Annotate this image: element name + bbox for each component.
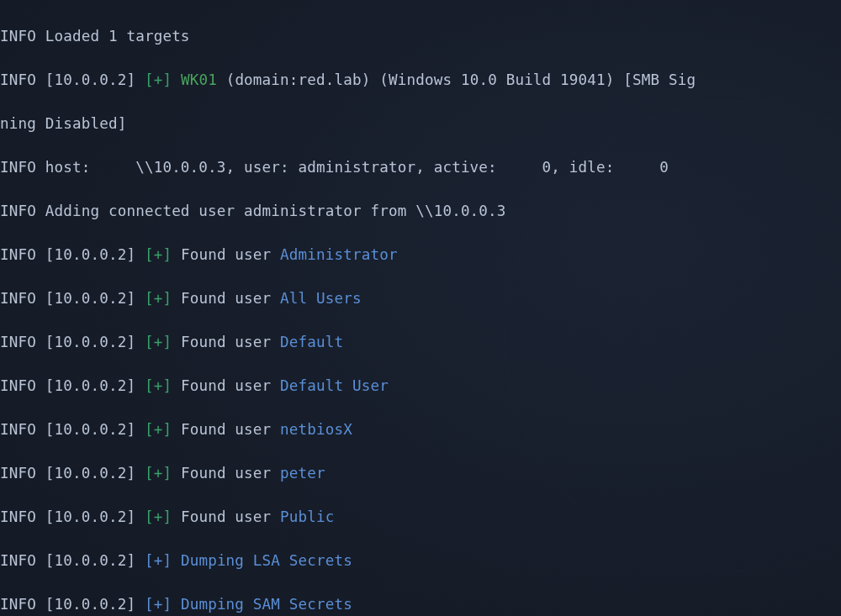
plus-icon: [+] bbox=[145, 421, 172, 438]
log-level: INFO bbox=[0, 377, 36, 394]
log-line: INFO [10.0.0.2] [+] Found user Default bbox=[0, 331, 841, 353]
host-ip: [10.0.0.2] bbox=[45, 290, 135, 307]
host-ip: [10.0.0.2] bbox=[45, 334, 135, 350]
log-line: INFO [10.0.0.2] [+] Found user Administr… bbox=[0, 244, 841, 266]
log-level: INFO bbox=[0, 508, 36, 525]
log-line: INFO [10.0.0.2] [+] WK01 (domain:red.lab… bbox=[0, 69, 841, 91]
username: netbiosX bbox=[280, 421, 352, 438]
log-line: INFO [10.0.0.2] [+] Found user Public bbox=[0, 506, 841, 528]
plus-icon: [+] bbox=[145, 246, 172, 263]
log-line: INFO [10.0.0.2] [+] Found user Default U… bbox=[0, 375, 841, 397]
log-level: INFO bbox=[0, 552, 36, 569]
log-level: INFO bbox=[0, 421, 36, 438]
host-ip: [10.0.0.2] bbox=[45, 465, 135, 482]
terminal-output: INFO Loaded 1 targets INFO [10.0.0.2] [+… bbox=[0, 0, 841, 616]
username: peter bbox=[280, 465, 325, 482]
host-ip: [10.0.0.2] bbox=[45, 377, 135, 394]
host-ip: [10.0.0.2] bbox=[45, 596, 135, 613]
log-level: INFO bbox=[0, 334, 36, 350]
username: Public bbox=[280, 508, 334, 525]
host-ip: [10.0.0.2] bbox=[45, 508, 135, 525]
found-label: Found user bbox=[181, 246, 280, 263]
log-text: Adding connected user administrator from… bbox=[45, 203, 506, 219]
plus-icon: [+] bbox=[145, 508, 172, 525]
found-label: Found user bbox=[181, 377, 280, 394]
username: All Users bbox=[280, 290, 362, 307]
found-label: Found user bbox=[181, 334, 280, 350]
found-label: Found user bbox=[181, 290, 280, 307]
log-line: INFO [10.0.0.2] [+] Dumping LSA Secrets bbox=[0, 550, 841, 571]
wrapped-text: ning Disabled] bbox=[0, 115, 126, 132]
log-level: INFO bbox=[0, 290, 36, 307]
found-label: Found user bbox=[181, 508, 280, 525]
plus-icon: [+] bbox=[145, 596, 172, 613]
action-text: Dumping LSA Secrets bbox=[181, 552, 352, 569]
log-level: INFO bbox=[0, 28, 36, 45]
log-level: INFO bbox=[0, 71, 36, 88]
log-text: Loaded 1 targets bbox=[45, 28, 190, 45]
username: Administrator bbox=[280, 246, 398, 263]
plus-icon: [+] bbox=[145, 552, 172, 569]
username: Default bbox=[280, 334, 343, 350]
plus-icon: [+] bbox=[145, 465, 172, 482]
hostname: WK01 bbox=[181, 71, 217, 88]
host-details: (domain:red.lab) (Windows 10.0 Build 190… bbox=[217, 71, 696, 88]
log-line: INFO Loaded 1 targets bbox=[0, 25, 841, 47]
log-level: INFO bbox=[0, 596, 36, 613]
log-line: INFO [10.0.0.2] [+] Found user peter bbox=[0, 462, 841, 484]
log-line: ning Disabled] bbox=[0, 113, 841, 134]
host-ip: [10.0.0.2] bbox=[45, 246, 135, 263]
host-ip: [10.0.0.2] bbox=[45, 552, 135, 569]
log-level: INFO bbox=[0, 159, 36, 176]
plus-icon: [+] bbox=[145, 334, 172, 350]
found-label: Found user bbox=[181, 465, 280, 482]
session-info: host: \\10.0.0.3, user: administrator, a… bbox=[45, 159, 669, 176]
action-text: Dumping SAM Secrets bbox=[181, 596, 352, 613]
log-line: INFO Adding connected user administrator… bbox=[0, 200, 841, 222]
log-level: INFO bbox=[0, 203, 36, 219]
plus-icon: [+] bbox=[145, 377, 172, 394]
log-line: INFO [10.0.0.2] [+] Found user netbiosX bbox=[0, 419, 841, 440]
log-line: INFO [10.0.0.2] [+] Dumping SAM Secrets bbox=[0, 593, 841, 615]
plus-icon: [+] bbox=[145, 290, 172, 307]
log-level: INFO bbox=[0, 246, 36, 263]
found-label: Found user bbox=[181, 421, 280, 438]
host-ip: [10.0.0.2] bbox=[45, 421, 135, 438]
username: Default User bbox=[280, 377, 389, 394]
log-line: INFO [10.0.0.2] [+] Found user All Users bbox=[0, 287, 841, 309]
host-ip: [10.0.0.2] bbox=[45, 71, 135, 88]
log-level: INFO bbox=[0, 465, 36, 482]
log-line: INFO host: \\10.0.0.3, user: administrat… bbox=[0, 156, 841, 178]
plus-icon: [+] bbox=[145, 71, 172, 88]
